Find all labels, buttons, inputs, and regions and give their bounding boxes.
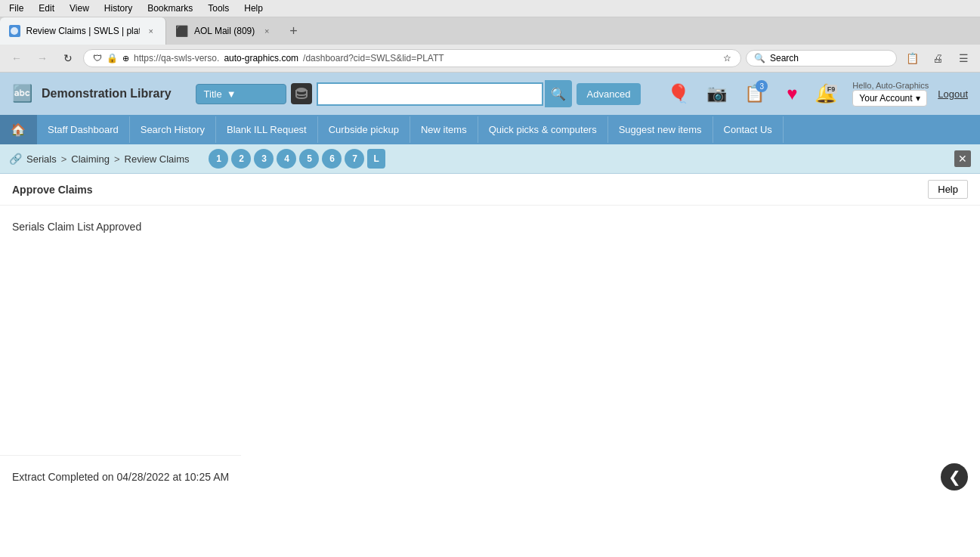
heart-icon: ♥ [787,83,797,104]
address-icons: 📋 🖨 ☰ [901,48,974,69]
menu-history[interactable]: History [101,2,135,15]
shield-icon: 🛡 [93,53,102,63]
search-type-dropdown[interactable]: Title ▼ [196,84,286,104]
bookmark-icon[interactable]: ☆ [723,53,731,63]
pocket-icon[interactable]: 📋 [901,48,923,69]
back-nav-button[interactable]: ❮ [941,463,968,490]
nav-staff-dashboard[interactable]: Staff Dashboard [37,116,130,143]
tab-active-title: Review Claims | SWLS | platt | A... [26,26,140,36]
menu-file[interactable]: File [6,2,26,15]
camera-icon-button[interactable]: 📷 [701,79,731,109]
account-chevron: ▾ [916,93,920,104]
breadcrumb-claiming[interactable]: Claiming [71,153,110,165]
list-icon-button[interactable]: 3 📋 [739,79,769,109]
nav-quick-picks[interactable]: Quick picks & computers [478,116,608,143]
page-btn-2[interactable]: 2 [231,149,251,169]
menu-bar: File Edit View History Bookmarks Tools H… [0,0,980,17]
url-prefix: https://qa-swls-verso. [134,53,219,63]
nav-bar: 🏠 Staff Dashboard Search History Blank I… [0,115,980,144]
page-btn-6[interactable]: 6 [322,149,342,169]
search-button[interactable]: 🔍 [545,80,572,107]
menu-help[interactable]: Help [241,2,266,15]
forward-button[interactable]: → [32,48,53,69]
lock-icon: 🔒 [107,53,118,63]
f9-badge: F9 [825,85,838,94]
page-btn-5[interactable]: 5 [299,149,319,169]
nav-blank-ill-request[interactable]: Blank ILL Request [216,116,318,143]
home-icon: 🏠 [11,123,26,136]
extract-message: Extract Completed on 04/28/2022 at 10:25… [0,455,241,498]
page-title: Approve Claims [12,184,93,196]
search-type-chevron: ▼ [227,88,236,100]
tab-inactive-close-button[interactable]: × [261,25,273,37]
svg-point-0 [11,27,18,35]
bottom-section: Extract Completed on 04/28/2022 at 10:25… [0,397,980,558]
search-button-icon: 🔍 [551,87,566,101]
tab-active[interactable]: Review Claims | SWLS | platt | A... × [0,17,166,45]
page-btn-3[interactable]: 3 [254,149,274,169]
breadcrumb-bar: 🔗 Serials > Claiming > Review Claims 1 2… [0,144,980,174]
menu-edit[interactable]: Edit [36,2,57,15]
print-icon[interactable]: 🖨 [927,48,948,69]
refresh-button[interactable]: ↻ [57,48,79,69]
back-button[interactable]: ← [6,48,27,69]
page-content: 🔤 Demonstration Library Title ▼ 🔍 Advanc… [0,73,980,557]
search-container: Title ▼ 🔍 Advanced [196,80,655,107]
pagination-buttons: 1 2 3 4 5 6 7 L [209,149,385,169]
url-bar[interactable]: 🛡 🔒 ⊕ https://qa-swls-verso.auto-graphic… [83,49,741,67]
menu-tools[interactable]: Tools [205,2,232,15]
tab-inactive-title: AOL Mail (809) [194,26,255,36]
hello-text: Hello, Auto-Graphics [852,81,929,90]
balloon-icon-button[interactable]: 🎈 [663,79,694,109]
nav-curbside-pickup[interactable]: Curbside pickup [318,116,410,143]
nav-new-items[interactable]: New items [410,116,478,143]
help-button[interactable]: Help [928,180,968,199]
nav-suggest-new[interactable]: Suggest new items [608,116,713,143]
tab-close-button[interactable]: × [146,25,157,37]
main-body: Serials Claim List Approved [0,206,980,397]
nav-search-history[interactable]: Search History [130,116,216,143]
address-bar: ← → ↻ 🛡 🔒 ⊕ https://qa-swls-verso.auto-g… [0,45,980,73]
logout-button[interactable]: Logout [938,88,968,100]
breadcrumb-close-button[interactable]: ✕ [954,150,971,167]
page-btn-1[interactable]: 1 [209,149,228,169]
browser-search-text: Search [770,53,799,63]
url-path: /dashboard?cid=SWLS&lid=PLATT [303,53,444,63]
breadcrumb-icon: 🔗 [9,153,22,165]
browser-search-bar[interactable]: 🔍 Search [746,50,897,67]
menu-bookmarks[interactable]: Bookmarks [144,2,196,15]
menu-icon[interactable]: ☰ [953,48,974,69]
breadcrumb-sep-1: > [61,153,67,165]
page-btn-L[interactable]: L [367,149,385,169]
breadcrumb-sep-2: > [114,153,120,165]
breadcrumb-serials[interactable]: Serials [26,153,57,165]
search-type-label: Title [204,88,222,100]
database-icon[interactable] [291,83,312,104]
account-button[interactable]: Your Account ▾ [852,90,926,107]
menu-view[interactable]: View [66,2,92,15]
search-input[interactable] [317,82,543,106]
heart-icon-button[interactable]: ♥ [777,79,807,109]
tracking-icon: ⊕ [122,54,129,63]
url-domain: auto-graphics.com [224,53,298,63]
list-badge: 3 [756,80,768,92]
new-tab-button[interactable]: + [282,17,305,45]
header-icons: 🎈 📷 3 📋 ♥ F9 🔔 [663,79,837,109]
tab-inactive-favicon: ⬛ [175,25,188,37]
svg-point-1 [296,88,307,92]
advanced-search-button[interactable]: Advanced [577,83,641,105]
content-header: Approve Claims Help [0,174,980,206]
page-btn-7[interactable]: 7 [345,149,364,169]
user-section: Hello, Auto-Graphics Your Account ▾ [852,81,929,107]
nav-home-button[interactable]: 🏠 [0,115,37,144]
bell-icon-button[interactable]: F9 🔔 [815,83,837,104]
camera-icon: 📷 [706,84,727,104]
balloon-icon: 🎈 [667,83,690,104]
tab-active-icon [9,25,20,37]
nav-contact-us[interactable]: Contact Us [713,116,784,143]
account-label: Your Account [859,93,912,104]
app-logo-icon: 🔤 [12,84,32,104]
page-btn-4[interactable]: 4 [277,149,296,169]
tab-inactive[interactable]: ⬛ AOL Mail (809) × [166,17,282,45]
browser-search-icon: 🔍 [754,53,765,63]
